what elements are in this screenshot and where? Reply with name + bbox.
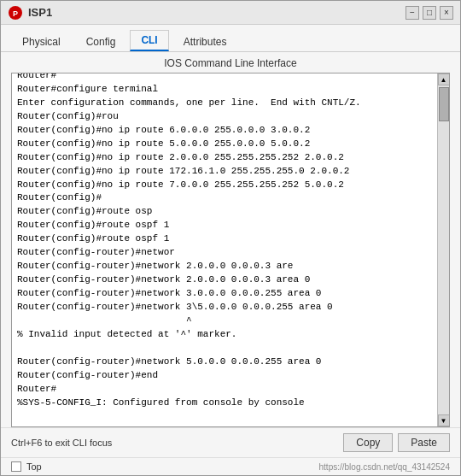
title-bar: P ISP1 − □ × (1, 1, 460, 25)
top-checkbox[interactable] (11, 461, 21, 472)
minimize-button[interactable]: − (406, 6, 419, 20)
top-checkbox-label: Top (26, 461, 42, 472)
tab-config[interactable]: Config (75, 32, 127, 51)
paste-button[interactable]: Paste (398, 433, 450, 452)
section-title: IOS Command Line Interface (1, 52, 460, 73)
scrollbar-down-button[interactable]: ▼ (438, 414, 450, 426)
tab-physical[interactable]: Physical (11, 32, 72, 51)
scrollbar-thumb-area (438, 85, 449, 414)
app-icon: P (8, 5, 23, 21)
scrollbar-thumb[interactable] (439, 87, 449, 121)
title-bar-left: P ISP1 (8, 5, 52, 21)
cli-container: ▲ ▼ (11, 73, 450, 427)
cli-textarea[interactable] (12, 73, 437, 426)
svg-text:P: P (13, 9, 18, 18)
title-bar-controls: − □ × (406, 6, 453, 20)
cli-hint-label: Ctrl+F6 to exit CLI focus (11, 438, 112, 448)
tab-cli[interactable]: CLI (130, 30, 168, 51)
copy-button[interactable]: Copy (343, 433, 393, 452)
footer-bar: Top https://blog.csdn.net/qq_43142524 (1, 457, 460, 475)
bottom-bar: Ctrl+F6 to exit CLI focus Copy Paste (1, 427, 460, 457)
maximize-button[interactable]: □ (423, 6, 436, 20)
footer-link: https://blog.csdn.net/qq_43142524 (319, 462, 450, 472)
bottom-buttons: Copy Paste (343, 433, 450, 452)
main-window: P ISP1 − □ × Physical Config CLI Attribu… (0, 0, 461, 476)
scrollbar-up-button[interactable]: ▲ (438, 73, 450, 85)
footer-left: Top (11, 461, 42, 472)
close-button[interactable]: × (440, 6, 453, 20)
scrollbar-track[interactable]: ▲ ▼ (437, 73, 449, 426)
window-title: ISP1 (28, 6, 52, 19)
tab-attributes[interactable]: Attributes (172, 32, 238, 51)
tab-bar: Physical Config CLI Attributes (1, 25, 460, 52)
